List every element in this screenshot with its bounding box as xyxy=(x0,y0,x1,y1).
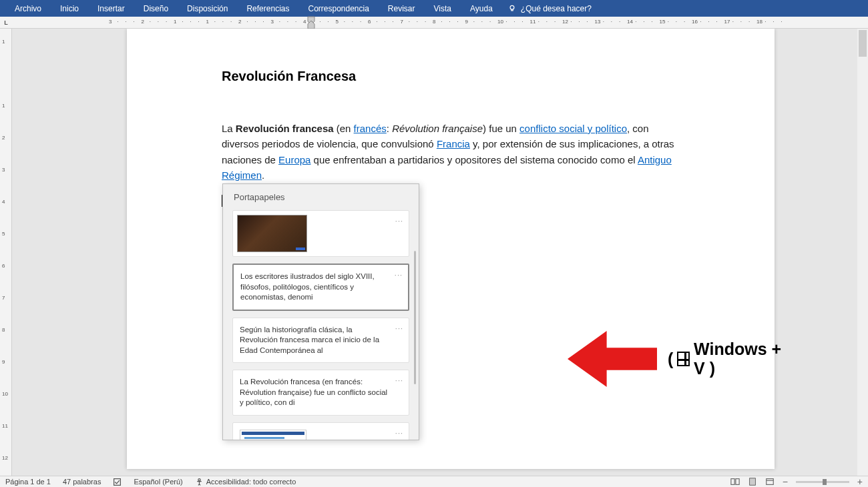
link-conflicto[interactable]: conflicto social y político xyxy=(519,123,627,134)
ruler-corner-tab-icon[interactable]: L xyxy=(0,17,12,29)
more-icon[interactable]: ··· xyxy=(395,216,403,226)
tab-correspondencia[interactable]: Correspondencia xyxy=(298,1,378,17)
status-word-count[interactable]: 47 palabras xyxy=(63,478,101,486)
print-layout-icon[interactable] xyxy=(748,477,757,486)
more-icon[interactable]: ··· xyxy=(395,376,403,386)
tab-revisar[interactable]: Revisar xyxy=(379,1,425,17)
zoom-out-button[interactable]: − xyxy=(783,476,788,487)
clipboard-item-text[interactable]: Según la historiografía clásica, la Revo… xyxy=(232,318,409,364)
clipboard-image-thumbnail xyxy=(237,215,307,252)
tab-diseno[interactable]: Diseño xyxy=(134,1,178,17)
scrollbar-thumb[interactable] xyxy=(859,30,867,57)
status-language[interactable]: Español (Perú) xyxy=(134,478,182,486)
svg-rect-7 xyxy=(736,479,739,485)
annotation-text: ( Windows + V ) xyxy=(668,340,787,378)
clipboard-item-screenshot[interactable]: ··· xyxy=(232,422,409,440)
document-title: Revolución Francesa xyxy=(222,69,680,84)
clipboard-scrollbar[interactable] xyxy=(414,251,416,384)
status-bar: Página 1 de 1 47 palabras Español (Perú)… xyxy=(0,476,868,487)
zoom-in-button[interactable]: + xyxy=(857,476,863,487)
link-europa[interactable]: Europa xyxy=(278,154,310,165)
more-icon[interactable]: ··· xyxy=(395,270,403,280)
vertical-ruler: 112345678910111213 xyxy=(0,29,12,476)
tab-insertar[interactable]: Insertar xyxy=(88,1,134,17)
clipboard-screenshot-thumbnail xyxy=(240,430,306,440)
svg-rect-6 xyxy=(731,479,734,485)
svg-rect-8 xyxy=(749,478,755,486)
svg-rect-4 xyxy=(114,478,121,485)
clipboard-history-panel[interactable]: Portapapeles ··· Los escritores ilustrad… xyxy=(222,183,419,440)
clipboard-item-text[interactable]: Los escritores ilustrados del siglo XVII… xyxy=(232,264,409,311)
status-page[interactable]: Página 1 de 1 xyxy=(5,478,51,486)
more-icon[interactable]: ··· xyxy=(395,324,403,334)
zoom-slider[interactable] xyxy=(796,481,849,483)
annotation-overlay: ( Windows + V ) xyxy=(568,322,787,396)
tab-archivo[interactable]: Archivo xyxy=(5,1,51,17)
document-paragraph: La Revolución francesa (en francés: Révo… xyxy=(222,121,680,183)
clipboard-item-text-content: Según la historiografía clásica, la Revo… xyxy=(240,326,379,354)
tab-referencias[interactable]: Referencias xyxy=(237,1,298,17)
svg-point-5 xyxy=(198,478,200,480)
horizontal-ruler: L 3···2···1···1···2···3···4···5···6···7·… xyxy=(0,17,868,29)
link-frances[interactable]: francés xyxy=(354,123,387,134)
tab-ayuda[interactable]: Ayuda xyxy=(461,1,502,17)
tab-inicio[interactable]: Inicio xyxy=(51,1,88,17)
ribbon-tabs-bar: Archivo Inicio Insertar Diseño Disposici… xyxy=(0,0,868,17)
svg-rect-9 xyxy=(766,479,773,485)
clipboard-items-list: ··· Los escritores ilustrados del siglo … xyxy=(223,207,419,440)
clipboard-panel-title: Portapapeles xyxy=(223,184,419,207)
web-layout-icon[interactable] xyxy=(765,477,775,486)
vertical-scrollbar[interactable] xyxy=(857,29,868,476)
document-area: Revolución Francesa La Revolución france… xyxy=(12,29,868,476)
clipboard-item-text-content: Los escritores ilustrados del siglo XVII… xyxy=(240,272,375,301)
svg-marker-3 xyxy=(568,331,657,387)
accessibility-icon xyxy=(195,478,204,486)
clipboard-item-text[interactable]: La Revolución francesa (en francés: Révo… xyxy=(232,370,409,416)
status-spellcheck-icon[interactable] xyxy=(113,478,122,486)
svg-point-0 xyxy=(510,5,514,9)
read-mode-icon[interactable] xyxy=(730,477,740,486)
more-icon[interactable]: ··· xyxy=(395,428,403,438)
tab-vista[interactable]: Vista xyxy=(425,1,461,17)
status-accessibility[interactable]: Accesibilidad: todo correcto xyxy=(195,478,296,486)
tell-me-search[interactable]: ¿Qué desea hacer? xyxy=(507,4,592,13)
windows-key-icon xyxy=(677,352,690,366)
link-francia[interactable]: Francia xyxy=(437,138,470,149)
clipboard-item-text-content: La Revolución francesa (en francés: Révo… xyxy=(240,378,387,406)
red-arrow-icon xyxy=(568,322,657,396)
tell-me-label: ¿Qué desea hacer? xyxy=(521,4,592,13)
tab-disposicion[interactable]: Disposición xyxy=(178,1,237,17)
clipboard-item-image[interactable]: ··· xyxy=(232,210,409,257)
lightbulb-icon xyxy=(507,4,517,13)
